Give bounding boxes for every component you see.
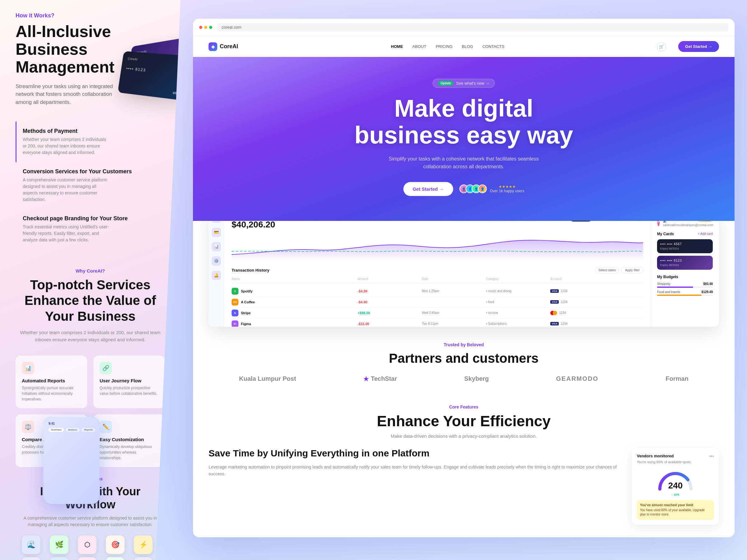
- feature-desc-1: A comprehensive customer service platfor…: [23, 177, 110, 203]
- why-feature-desc-3: Dynamically develop ubiquitous opportuni…: [100, 444, 159, 461]
- phone-tabs: Overview Balance Reports: [49, 428, 95, 432]
- browser-url[interactable]: coreai.com: [217, 23, 728, 31]
- browser-window: coreai.com ◈ CoreAI HOME ABOUT PRICING B…: [193, 19, 735, 537]
- update-badge: Update See what's new →: [433, 79, 495, 88]
- tx-card-2: 1234: [550, 311, 643, 315]
- budget-row-1: Food and travels $129.49: [657, 290, 713, 294]
- phone-tab-overview: Overview: [49, 428, 64, 432]
- card-num-1: 1234: [561, 300, 567, 304]
- hero-title: Make digitalbusiness easy way: [209, 95, 719, 149]
- tx-date-2: Wed 2:45am: [422, 311, 483, 315]
- tx-amount-2: +$88.00: [358, 311, 419, 315]
- filter-apply[interactable]: Apply filter: [622, 267, 643, 273]
- tx-category-1: • food: [486, 300, 548, 304]
- sidebar-icon-wallet[interactable]: 💳: [212, 228, 221, 237]
- why-label: Why CoreAI?: [16, 268, 165, 273]
- why-feature-title-1: User Journey Flow: [100, 378, 159, 383]
- my-cards-header: My Cards + Add card: [657, 232, 713, 236]
- tx-table-header: Name Amount Date Category Account: [232, 277, 643, 284]
- logo-icon: ◈: [209, 42, 217, 51]
- tx-name-3: Figma: [241, 322, 251, 326]
- sidebar-icon-chart[interactable]: 📊: [212, 242, 221, 251]
- dot-close: [199, 26, 202, 29]
- how-it-works-label: How it Works?: [16, 12, 165, 19]
- partners-label: Trusted by Beloved: [209, 342, 719, 347]
- balance-amount: $40,206.20: [232, 220, 275, 230]
- chart-area: [232, 236, 643, 261]
- browser-nav: coreai.com: [193, 19, 735, 36]
- feature-title-0: Methods of Payment: [23, 128, 165, 134]
- col-category: Category: [486, 277, 548, 281]
- why-section: Why CoreAI? Top-notch Services Enhance t…: [16, 268, 165, 467]
- budget-fill-0: [657, 287, 693, 288]
- feature-item-0: Methods of Payment Whether your team com…: [16, 122, 165, 162]
- warning-text: You have used 80% of your available. Upg…: [640, 508, 711, 517]
- budget-section: My Budgets Shopping $93.48 Food and trav…: [657, 275, 713, 296]
- budget-bar-1: [657, 295, 713, 296]
- core-features-section: Core Features Enhance Your Efficiency Ma…: [193, 398, 735, 537]
- site-logo: ◈ CoreAI: [209, 42, 238, 51]
- tx-merchant-0: S Spotify: [232, 288, 355, 295]
- feature-item-2: Checkout page Branding for Your Store Tr…: [16, 209, 165, 249]
- phone-screen: 9:41 Overview Balance Reports: [44, 417, 100, 504]
- partner-forman: Forman: [666, 375, 689, 382]
- transaction-header: Transaction History Select dates Apply f…: [232, 267, 643, 273]
- nav-contacts[interactable]: CONTACTS: [483, 44, 505, 49]
- tx-category-0: • music and dining: [486, 289, 548, 293]
- card-2-number: •••• 8123: [126, 66, 181, 76]
- hero-cta-button[interactable]: Get Started →: [403, 182, 453, 196]
- cart-icon[interactable]: 🛒: [657, 42, 666, 51]
- transaction-filters: Select dates Apply filter: [595, 267, 643, 273]
- tx-card-0: VISA 1234: [550, 289, 643, 293]
- tx-logo-1: AC: [232, 299, 238, 305]
- why-feature-desc-0: Synergistically pursue accurate initiati…: [22, 385, 81, 402]
- vendors-widget: Vendors monitored ⋯ You're using 80% of …: [632, 448, 719, 525]
- why-feature-desc-1: Quickly productize prospective value bef…: [100, 385, 159, 396]
- app-icon-4: ⚡: [134, 535, 153, 554]
- tx-logo-0: S: [232, 288, 238, 295]
- tx-date-0: Mon 1:25am: [422, 289, 483, 293]
- card-num-0: 1234: [561, 289, 567, 293]
- vendors-more-icon[interactable]: ⋯: [709, 453, 714, 459]
- nav-pricing[interactable]: PRICING: [436, 44, 453, 49]
- nav-home[interactable]: HOME: [391, 44, 403, 49]
- dash-profile: S Saidmakhmud S. S. • Premium saidmakhmu…: [650, 209, 719, 327]
- avatar-4: 👤: [478, 185, 487, 193]
- tx-amount-0: -$4.99: [358, 289, 419, 293]
- partner-techstar-text: TechStar: [371, 375, 397, 382]
- app-icon-1: 🌿: [50, 535, 69, 554]
- mini-card-0: •••• •••• 4567 Expiry 06/2024: [657, 239, 713, 253]
- left-panel: How it Works? All-Inclusive Business Man…: [0, 0, 181, 560]
- sidebar-icon-settings[interactable]: ⚙️: [212, 256, 221, 266]
- filter-date[interactable]: Select dates: [595, 267, 619, 273]
- dot-minimize: [204, 26, 207, 29]
- tx-row-0: S Spotify -$4.99 Mon 1:25am • music and …: [232, 286, 643, 297]
- social-proof: 👤 👤 👤 👤 ★★★★★ Over 1k happy users: [459, 185, 524, 193]
- budget-item-1: Food and travels $129.49: [657, 290, 713, 296]
- mini-card-exp-0: Expiry 06/2024: [660, 247, 710, 250]
- nav-about[interactable]: ABOUT: [412, 44, 427, 49]
- tx-merchant-2: S Stripe: [232, 310, 355, 316]
- add-card-button[interactable]: + Add card: [698, 232, 713, 236]
- sidebar-icon-bell[interactable]: 🔔: [212, 271, 221, 280]
- features-main-title: Save Time by Unifying Everything in one …: [209, 448, 619, 459]
- col-amount: Amount: [358, 277, 419, 281]
- avatars-row: 👤 👤 👤 👤: [459, 185, 487, 193]
- nav-cta-button[interactable]: Get Started →: [678, 41, 719, 52]
- phone-time: 9:41: [49, 422, 95, 425]
- budget-fill-1: [657, 295, 701, 296]
- logo-text: CoreAI: [220, 43, 238, 50]
- dashboard-preview: 🏠 💳 📊 ⚙️ 🔔 Your Balance $40,206.20 Perso…: [209, 209, 719, 327]
- gauge-container: 240 ↑ 10%: [657, 469, 694, 490]
- site-navbar: ◈ CoreAI HOME ABOUT PRICING BLOG CONTACT…: [193, 36, 735, 57]
- proof-text: Over 1k happy users: [490, 189, 524, 193]
- app-icon-0: 🌊: [22, 535, 41, 554]
- why-feature-0: 📊 Automated Reports Synergistically purs…: [16, 355, 87, 408]
- nav-blog[interactable]: BLOG: [462, 44, 473, 49]
- update-text: See what's new →: [456, 81, 489, 85]
- budget-amount-0: $93.48: [703, 282, 713, 286]
- tx-card-1: VISA 1234: [550, 300, 643, 304]
- nav-links: HOME ABOUT PRICING BLOG CONTACTS: [251, 44, 645, 49]
- partner-kl: Kuala Lumpur Post: [239, 375, 296, 382]
- why-subtitle: Whether your team comprises 2 individual…: [16, 329, 165, 343]
